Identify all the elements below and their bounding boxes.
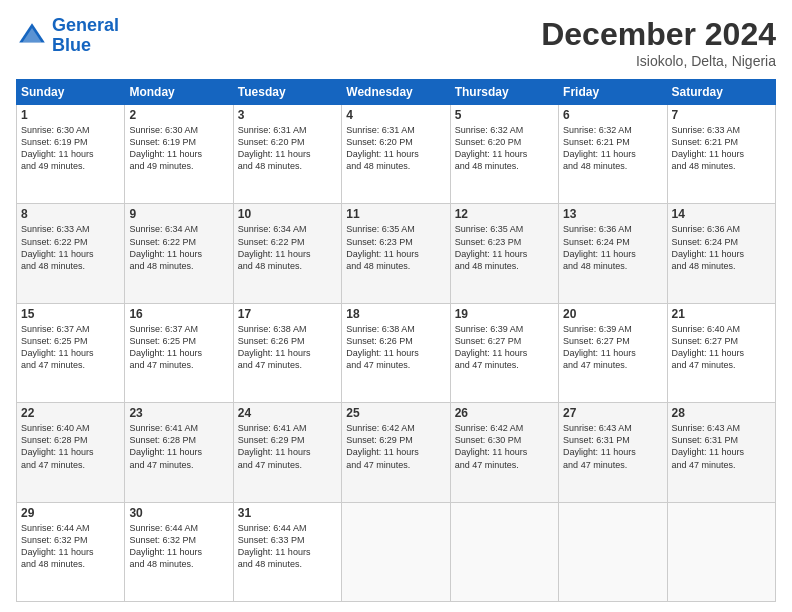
location: Isiokolo, Delta, Nigeria	[541, 53, 776, 69]
day-number: 13	[563, 207, 662, 221]
day-info: Sunrise: 6:33 AMSunset: 6:21 PMDaylight:…	[672, 124, 771, 173]
day-info: Sunrise: 6:31 AMSunset: 6:20 PMDaylight:…	[346, 124, 445, 173]
month-title: December 2024	[541, 16, 776, 53]
calendar-cell: 1Sunrise: 6:30 AMSunset: 6:19 PMDaylight…	[17, 105, 125, 204]
day-info: Sunrise: 6:40 AMSunset: 6:28 PMDaylight:…	[21, 422, 120, 471]
calendar-cell: 20Sunrise: 6:39 AMSunset: 6:27 PMDayligh…	[559, 303, 667, 402]
day-number: 2	[129, 108, 228, 122]
day-info: Sunrise: 6:43 AMSunset: 6:31 PMDaylight:…	[563, 422, 662, 471]
calendar-cell: 31Sunrise: 6:44 AMSunset: 6:33 PMDayligh…	[233, 502, 341, 601]
page: General Blue December 2024 Isiokolo, Del…	[0, 0, 792, 612]
title-block: December 2024 Isiokolo, Delta, Nigeria	[541, 16, 776, 69]
calendar-cell: 18Sunrise: 6:38 AMSunset: 6:26 PMDayligh…	[342, 303, 450, 402]
day-info: Sunrise: 6:31 AMSunset: 6:20 PMDaylight:…	[238, 124, 337, 173]
day-info: Sunrise: 6:42 AMSunset: 6:29 PMDaylight:…	[346, 422, 445, 471]
day-info: Sunrise: 6:36 AMSunset: 6:24 PMDaylight:…	[563, 223, 662, 272]
day-number: 23	[129, 406, 228, 420]
day-number: 22	[21, 406, 120, 420]
calendar-cell	[342, 502, 450, 601]
calendar-cell: 8Sunrise: 6:33 AMSunset: 6:22 PMDaylight…	[17, 204, 125, 303]
logo: General Blue	[16, 16, 119, 56]
day-number: 1	[21, 108, 120, 122]
day-info: Sunrise: 6:39 AMSunset: 6:27 PMDaylight:…	[563, 323, 662, 372]
day-info: Sunrise: 6:32 AMSunset: 6:20 PMDaylight:…	[455, 124, 554, 173]
day-number: 21	[672, 307, 771, 321]
day-number: 4	[346, 108, 445, 122]
day-info: Sunrise: 6:37 AMSunset: 6:25 PMDaylight:…	[21, 323, 120, 372]
day-number: 3	[238, 108, 337, 122]
day-number: 12	[455, 207, 554, 221]
week-row-2: 8Sunrise: 6:33 AMSunset: 6:22 PMDaylight…	[17, 204, 776, 303]
calendar-cell: 11Sunrise: 6:35 AMSunset: 6:23 PMDayligh…	[342, 204, 450, 303]
calendar-cell: 3Sunrise: 6:31 AMSunset: 6:20 PMDaylight…	[233, 105, 341, 204]
day-number: 8	[21, 207, 120, 221]
weekday-saturday: Saturday	[667, 80, 775, 105]
day-number: 25	[346, 406, 445, 420]
day-number: 19	[455, 307, 554, 321]
weekday-header-row: SundayMondayTuesdayWednesdayThursdayFrid…	[17, 80, 776, 105]
day-info: Sunrise: 6:35 AMSunset: 6:23 PMDaylight:…	[455, 223, 554, 272]
calendar-cell: 27Sunrise: 6:43 AMSunset: 6:31 PMDayligh…	[559, 403, 667, 502]
calendar-cell: 30Sunrise: 6:44 AMSunset: 6:32 PMDayligh…	[125, 502, 233, 601]
day-info: Sunrise: 6:35 AMSunset: 6:23 PMDaylight:…	[346, 223, 445, 272]
day-number: 24	[238, 406, 337, 420]
day-number: 7	[672, 108, 771, 122]
day-number: 27	[563, 406, 662, 420]
weekday-wednesday: Wednesday	[342, 80, 450, 105]
day-info: Sunrise: 6:36 AMSunset: 6:24 PMDaylight:…	[672, 223, 771, 272]
calendar-cell	[450, 502, 558, 601]
calendar-cell: 25Sunrise: 6:42 AMSunset: 6:29 PMDayligh…	[342, 403, 450, 502]
day-info: Sunrise: 6:30 AMSunset: 6:19 PMDaylight:…	[21, 124, 120, 173]
week-row-1: 1Sunrise: 6:30 AMSunset: 6:19 PMDaylight…	[17, 105, 776, 204]
day-number: 20	[563, 307, 662, 321]
week-row-5: 29Sunrise: 6:44 AMSunset: 6:32 PMDayligh…	[17, 502, 776, 601]
calendar-cell: 21Sunrise: 6:40 AMSunset: 6:27 PMDayligh…	[667, 303, 775, 402]
day-info: Sunrise: 6:32 AMSunset: 6:21 PMDaylight:…	[563, 124, 662, 173]
header: General Blue December 2024 Isiokolo, Del…	[16, 16, 776, 69]
calendar-cell	[559, 502, 667, 601]
calendar-cell: 12Sunrise: 6:35 AMSunset: 6:23 PMDayligh…	[450, 204, 558, 303]
day-info: Sunrise: 6:30 AMSunset: 6:19 PMDaylight:…	[129, 124, 228, 173]
logo-general: General	[52, 15, 119, 35]
day-info: Sunrise: 6:42 AMSunset: 6:30 PMDaylight:…	[455, 422, 554, 471]
day-number: 18	[346, 307, 445, 321]
day-info: Sunrise: 6:39 AMSunset: 6:27 PMDaylight:…	[455, 323, 554, 372]
logo-blue: Blue	[52, 35, 91, 55]
day-info: Sunrise: 6:44 AMSunset: 6:33 PMDaylight:…	[238, 522, 337, 571]
calendar-cell: 22Sunrise: 6:40 AMSunset: 6:28 PMDayligh…	[17, 403, 125, 502]
day-info: Sunrise: 6:33 AMSunset: 6:22 PMDaylight:…	[21, 223, 120, 272]
calendar-cell: 16Sunrise: 6:37 AMSunset: 6:25 PMDayligh…	[125, 303, 233, 402]
day-number: 15	[21, 307, 120, 321]
logo-icon	[16, 20, 48, 52]
day-info: Sunrise: 6:44 AMSunset: 6:32 PMDaylight:…	[21, 522, 120, 571]
calendar-cell: 9Sunrise: 6:34 AMSunset: 6:22 PMDaylight…	[125, 204, 233, 303]
calendar-cell: 15Sunrise: 6:37 AMSunset: 6:25 PMDayligh…	[17, 303, 125, 402]
calendar-cell: 17Sunrise: 6:38 AMSunset: 6:26 PMDayligh…	[233, 303, 341, 402]
day-number: 9	[129, 207, 228, 221]
calendar-cell: 26Sunrise: 6:42 AMSunset: 6:30 PMDayligh…	[450, 403, 558, 502]
day-number: 26	[455, 406, 554, 420]
week-row-3: 15Sunrise: 6:37 AMSunset: 6:25 PMDayligh…	[17, 303, 776, 402]
calendar-cell: 4Sunrise: 6:31 AMSunset: 6:20 PMDaylight…	[342, 105, 450, 204]
day-number: 16	[129, 307, 228, 321]
day-info: Sunrise: 6:37 AMSunset: 6:25 PMDaylight:…	[129, 323, 228, 372]
day-info: Sunrise: 6:44 AMSunset: 6:32 PMDaylight:…	[129, 522, 228, 571]
day-number: 30	[129, 506, 228, 520]
calendar-cell: 24Sunrise: 6:41 AMSunset: 6:29 PMDayligh…	[233, 403, 341, 502]
day-info: Sunrise: 6:34 AMSunset: 6:22 PMDaylight:…	[238, 223, 337, 272]
day-number: 5	[455, 108, 554, 122]
weekday-sunday: Sunday	[17, 80, 125, 105]
calendar-cell: 14Sunrise: 6:36 AMSunset: 6:24 PMDayligh…	[667, 204, 775, 303]
day-info: Sunrise: 6:41 AMSunset: 6:29 PMDaylight:…	[238, 422, 337, 471]
day-number: 14	[672, 207, 771, 221]
day-info: Sunrise: 6:34 AMSunset: 6:22 PMDaylight:…	[129, 223, 228, 272]
day-number: 28	[672, 406, 771, 420]
calendar-cell: 7Sunrise: 6:33 AMSunset: 6:21 PMDaylight…	[667, 105, 775, 204]
day-number: 6	[563, 108, 662, 122]
weekday-tuesday: Tuesday	[233, 80, 341, 105]
calendar-cell: 13Sunrise: 6:36 AMSunset: 6:24 PMDayligh…	[559, 204, 667, 303]
weekday-thursday: Thursday	[450, 80, 558, 105]
logo-text: General Blue	[52, 16, 119, 56]
day-info: Sunrise: 6:40 AMSunset: 6:27 PMDaylight:…	[672, 323, 771, 372]
day-info: Sunrise: 6:43 AMSunset: 6:31 PMDaylight:…	[672, 422, 771, 471]
